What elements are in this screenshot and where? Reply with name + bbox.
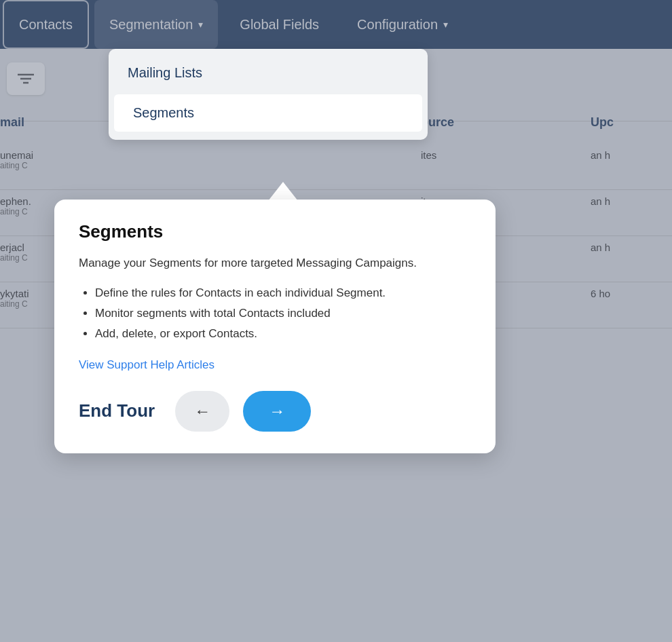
- dropdown-segments[interactable]: Segments: [114, 94, 422, 132]
- tour-bullet-1: Define the rules for Contacts in each in…: [95, 284, 471, 302]
- tour-bullet-2: Monitor segments with total Contacts inc…: [95, 305, 471, 322]
- segmentation-dropdown: Mailing Lists Segments: [109, 49, 428, 140]
- tour-footer: End Tour ← →: [79, 391, 471, 432]
- tour-next-button[interactable]: →: [243, 391, 311, 432]
- dropdown-mailing-lists[interactable]: Mailing Lists: [109, 54, 428, 92]
- tooltip-arrow: [268, 182, 298, 201]
- tour-title: Segments: [79, 221, 471, 242]
- arrow-right-icon: →: [269, 402, 285, 421]
- tour-popup: Segments Manage your Segments for more t…: [54, 200, 496, 453]
- tour-description: Manage your Segments for more targeted M…: [79, 254, 471, 272]
- tour-bullet-3: Add, delete, or export Contacts.: [95, 325, 471, 343]
- support-link[interactable]: View Support Help Articles: [79, 358, 471, 372]
- tour-prev-button[interactable]: ←: [175, 391, 229, 432]
- arrow-left-icon: ←: [194, 402, 210, 421]
- tour-bullets: Define the rules for Contacts in each in…: [79, 284, 471, 343]
- end-tour-button[interactable]: End Tour: [79, 400, 155, 421]
